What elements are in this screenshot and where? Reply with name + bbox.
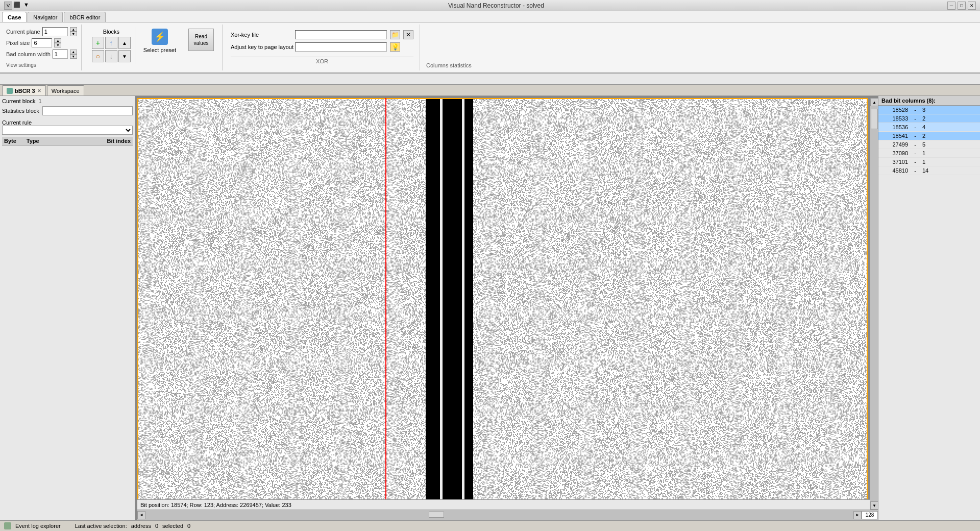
select-preset-button[interactable]: ⚡	[152, 29, 168, 45]
block-btn-scroll-down[interactable]: ▼	[118, 50, 131, 62]
read-values-section: Readvalues	[184, 27, 218, 53]
current-block-label: Current block	[2, 98, 35, 104]
bad-col-row-3[interactable]: 18541 - 2	[878, 132, 980, 140]
current-plane-input[interactable]	[42, 27, 68, 36]
bad-bit-columns-list: 18528 - 3 18533 - 2 18536 - 4 18541 - 2	[878, 106, 980, 175]
pixel-spin-down[interactable]: ▼	[54, 43, 61, 47]
bad-col-row-0[interactable]: 18528 - 3	[878, 106, 980, 114]
bad-col-row-1[interactable]: 18533 - 2	[878, 114, 980, 123]
scroll-up-btn[interactable]: ▲	[870, 98, 878, 106]
xor-label: XOR	[231, 57, 413, 65]
bad-col-val-3: 2	[922, 133, 933, 139]
pixel-size-label: Pixel size	[6, 40, 30, 46]
left-panel: Current block 1 Statistics block Current…	[0, 96, 135, 520]
restore-button[interactable]: □	[958, 2, 966, 10]
block-btn-add[interactable]: +	[92, 37, 104, 49]
bad-col-num-5: 37090	[883, 150, 908, 156]
statistics-block-label: Statistics block	[2, 108, 39, 114]
plane-spin-up[interactable]: ▲	[70, 27, 77, 32]
ws-tab-workspace[interactable]: Workspace	[47, 85, 84, 95]
block-btn-scroll-up[interactable]: ▲	[118, 37, 131, 49]
xor-section: Xor-key file 📁 ✕ Adjust key to page layo…	[225, 25, 420, 70]
bad-col-row-4[interactable]: 27499 - 5	[878, 140, 980, 149]
xor-key-file-label: Xor-key file	[231, 32, 292, 38]
title-bar: V ⬛ ▼ Visual Nand Reconstructor - solved…	[0, 0, 980, 11]
close-button[interactable]: ✕	[968, 2, 976, 10]
current-plane-label: Current plane	[6, 29, 40, 35]
bad-col-val-7: 14	[922, 167, 933, 174]
bad-col-val-0: 3	[922, 107, 933, 113]
select-preset-section: ⚡ Select preset	[139, 27, 180, 55]
scroll-track-h	[145, 511, 853, 519]
window-title: Visual Nand Reconstructor - solved	[45, 2, 947, 9]
blocks-section: Blocks + ↑ ▲ ○ ↓ ▼	[88, 27, 135, 64]
scroll-track	[870, 106, 878, 501]
badcol-spin-down[interactable]: ▼	[70, 54, 77, 59]
bbcr3-tab-icon	[7, 88, 13, 94]
red-line-cursor	[385, 98, 386, 510]
bad-col-num-0: 18528	[883, 107, 908, 113]
menu-tab-bar: Case Navigator bBCR editor	[0, 11, 980, 22]
stats-table-header: Byte Type Bit index	[2, 137, 133, 146]
page-counter: 128	[862, 511, 878, 519]
selected-label: selected	[162, 523, 183, 529]
selected-value: 0	[187, 523, 190, 529]
ws-tab-bbcr3[interactable]: bBCR 3 ✕	[2, 85, 46, 95]
read-values-button[interactable]: Readvalues	[188, 29, 214, 51]
block-btn-up[interactable]: ↑	[105, 37, 117, 49]
bad-col-val-5: 1	[922, 150, 933, 156]
vertical-scrollbar[interactable]: ▲ ▼	[870, 98, 878, 510]
bad-col-row-5[interactable]: 37090 - 1	[878, 149, 980, 158]
scroll-down-btn[interactable]: ▼	[870, 501, 878, 510]
menu-down[interactable]: ▼	[23, 2, 29, 10]
read-values-label: Readvalues	[194, 33, 209, 46]
bad-col-val-4: 5	[922, 141, 933, 148]
event-log-icon	[4, 522, 11, 529]
adjust-key-icon[interactable]: 💡	[390, 42, 400, 52]
scroll-thumb[interactable]	[871, 109, 878, 129]
plane-spin-down[interactable]: ▼	[70, 32, 77, 36]
current-rule-label: Current rule	[2, 119, 32, 126]
bad-col-row-6[interactable]: 37101 - 1	[878, 158, 980, 166]
pixel-size-input[interactable]	[32, 38, 52, 47]
adjust-key-input[interactable]	[295, 42, 387, 52]
bad-col-val-1: 2	[922, 115, 933, 122]
tab-bbcr-editor[interactable]: bBCR editor	[64, 12, 106, 22]
app-icon: V	[4, 2, 12, 10]
xor-key-open-button[interactable]: 📁	[390, 30, 400, 39]
block-btn-remove[interactable]: ○	[92, 50, 104, 62]
pixel-spin-up[interactable]: ▲	[54, 38, 61, 43]
horizontal-scrollbar[interactable]: ◄ ► 128	[137, 510, 878, 520]
statistics-block-dropdown[interactable]	[42, 106, 133, 115]
toolbar-plane-group: Current plane ▲ ▼ Pixel size ▲ ▼ Bad col…	[2, 25, 82, 70]
bad-bit-columns-header: Bad bit columns (8):	[878, 96, 980, 106]
current-rule-dropdown[interactable]	[2, 126, 133, 135]
workspace-tabs: bBCR 3 ✕ Workspace	[0, 85, 980, 96]
tab-case[interactable]: Case	[2, 12, 27, 22]
block-btn-down[interactable]: ↓	[105, 50, 117, 62]
content-area: Current block 1 Statistics block Current…	[0, 96, 980, 520]
xor-key-file-input[interactable]	[295, 30, 387, 39]
bad-col-row-2[interactable]: 18536 - 4	[878, 123, 980, 132]
scroll-right-btn[interactable]: ►	[853, 511, 862, 519]
bad-col-num-7: 45810	[883, 167, 908, 174]
menu-file[interactable]: ⬛	[13, 2, 20, 10]
view-settings-label[interactable]: View settings	[6, 62, 36, 68]
last-active-label: Last active selection:	[75, 523, 127, 529]
bad-col-num-2: 18536	[883, 124, 908, 130]
col-type-label: Type	[27, 138, 39, 144]
badcol-spin-up[interactable]: ▲	[70, 50, 77, 54]
bad-col-row-7[interactable]: 45810 - 14	[878, 166, 980, 175]
scroll-thumb-h[interactable]	[429, 512, 444, 518]
event-log-label[interactable]: Event log explorer	[15, 523, 61, 529]
bad-col-num-6: 37101	[883, 159, 908, 165]
scroll-left-btn[interactable]: ◄	[137, 511, 145, 519]
toolbar: Current plane ▲ ▼ Pixel size ▲ ▼ Bad col…	[0, 22, 980, 74]
bbcr3-tab-close[interactable]: ✕	[37, 88, 41, 93]
xor-key-clear-button[interactable]: ✕	[403, 30, 413, 39]
col-byte-label: Byte	[4, 138, 16, 144]
minimize-button[interactable]: ─	[947, 2, 955, 10]
tab-navigator[interactable]: Navigator	[28, 12, 63, 22]
nand-visualization-canvas[interactable]	[137, 98, 868, 499]
bad-col-input[interactable]	[53, 50, 68, 59]
